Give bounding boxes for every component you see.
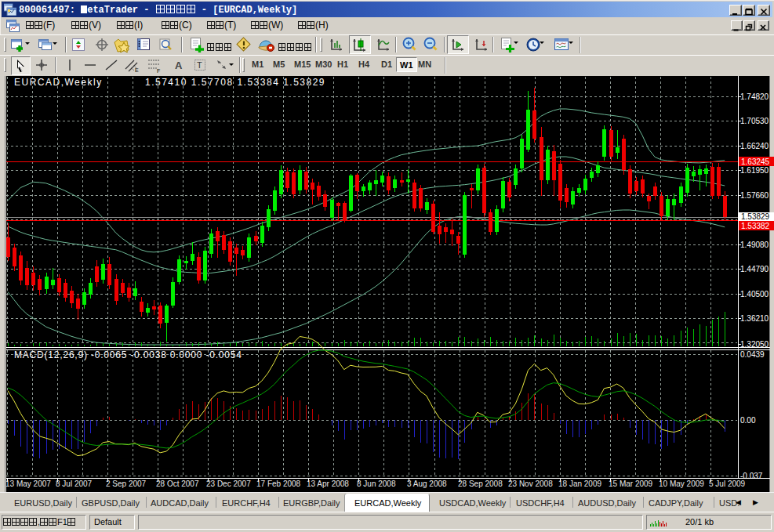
svg-text:1.49080: 1.49080	[740, 241, 769, 249]
svg-text:0.00: 0.00	[740, 416, 756, 425]
svg-text:18 Jan 2009: 18 Jan 2009	[558, 480, 601, 488]
svg-text:1.66240: 1.66240	[740, 142, 769, 150]
svg-text:17 Feb 2008: 17 Feb 2008	[256, 480, 301, 488]
svg-text:0.0439: 0.0439	[740, 350, 765, 359]
svg-text:F: F	[157, 68, 160, 73]
svg-text:1.61950: 1.61950	[740, 166, 769, 175]
svg-text:T: T	[197, 60, 202, 70]
svg-text:1.44790: 1.44790	[740, 265, 769, 273]
svg-text:1.74820: 1.74820	[740, 92, 769, 101]
svg-text:1.40500: 1.40500	[740, 290, 769, 299]
svg-text:13 Apr 2008: 13 Apr 2008	[307, 480, 349, 488]
svg-text:MACD(12,26,9) -0.0065 -0.0038: MACD(12,26,9) -0.0065 -0.0038 0.0000 -0.…	[14, 349, 242, 360]
svg-text:1.63245: 1.63245	[741, 157, 770, 166]
svg-text:1.53382: 1.53382	[741, 222, 770, 230]
svg-text:3 Aug 2008: 3 Aug 2008	[407, 480, 447, 488]
svg-text:1.53829: 1.53829	[741, 212, 770, 221]
svg-text:23 Nov 2008: 23 Nov 2008	[508, 480, 553, 488]
svg-text:2 Sep 2007: 2 Sep 2007	[106, 480, 147, 488]
svg-text:28 Oct 2007: 28 Oct 2007	[156, 480, 199, 488]
svg-text:1.36210: 1.36210	[740, 314, 769, 323]
svg-text:23 Dec 2007: 23 Dec 2007	[206, 480, 251, 488]
svg-text:13 May 2007: 13 May 2007	[5, 480, 51, 488]
svg-text:10 May 2009: 10 May 2009	[659, 480, 704, 488]
svg-text:EURCAD,Weekly1.57410 1.57708 1: EURCAD,Weekly1.57410 1.57708 1.53384 1.5…	[14, 77, 325, 88]
svg-text:28 Sep 2008: 28 Sep 2008	[458, 480, 503, 488]
svg-text:A: A	[175, 60, 183, 71]
svg-text:15 Mar 2009: 15 Mar 2009	[609, 480, 653, 488]
svg-text:1.70530: 1.70530	[740, 117, 769, 125]
svg-text:5 Jul 2009: 5 Jul 2009	[709, 480, 746, 488]
svg-text:1.32050: 1.32050	[740, 340, 769, 349]
svg-text:E: E	[135, 67, 139, 73]
svg-text:1.57660: 1.57660	[740, 191, 769, 200]
svg-text:8 Jun 2008: 8 Jun 2008	[357, 480, 396, 488]
svg-text:8 Jul 2007: 8 Jul 2007	[56, 480, 93, 488]
